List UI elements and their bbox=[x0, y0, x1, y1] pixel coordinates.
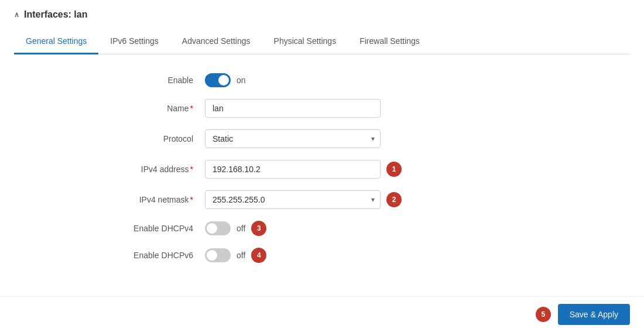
protocol-select[interactable]: Static bbox=[205, 129, 381, 148]
chevron-icon[interactable]: ∧ bbox=[14, 11, 19, 19]
protocol-select-wrapper: Static ▾ bbox=[205, 129, 381, 148]
dhcpv4-toggle-container: off bbox=[205, 221, 245, 235]
dhcpv6-badge: 4 bbox=[251, 248, 266, 263]
footer: 5 Save & Apply bbox=[0, 296, 644, 332]
ipv4-netmask-row: IPv4 netmask* 255.255.255.0 ▾ 2 bbox=[88, 190, 556, 209]
ipv4-address-required-star: * bbox=[190, 165, 193, 174]
name-label: Name* bbox=[88, 104, 205, 113]
tab-physical[interactable]: Physical Settings bbox=[262, 29, 348, 54]
tab-advanced[interactable]: Advanced Settings bbox=[170, 29, 262, 54]
page-header: ∧ Interfaces: lan bbox=[14, 9, 630, 20]
dhcpv4-row: Enable DHCPv4 off 3 bbox=[88, 221, 556, 236]
dhcpv4-label: Enable DHCPv4 bbox=[88, 224, 205, 233]
save-badge: 5 bbox=[536, 307, 551, 322]
page-title: Interfaces: lan bbox=[24, 9, 87, 20]
dhcpv6-toggle-container: off bbox=[205, 248, 245, 262]
ipv4-address-row: IPv4 address* 1 bbox=[88, 160, 556, 179]
enable-toggle-container: on bbox=[205, 73, 246, 87]
protocol-label: Protocol bbox=[88, 134, 205, 143]
dhcpv4-toggle[interactable] bbox=[205, 221, 231, 235]
protocol-row: Protocol Static ▾ bbox=[88, 129, 556, 148]
dhcpv4-toggle-label: off bbox=[237, 224, 245, 233]
enable-toggle[interactable] bbox=[205, 73, 231, 87]
ipv4-address-field-wrapper: 1 bbox=[205, 160, 402, 179]
dhcpv6-label: Enable DHCPv6 bbox=[88, 251, 205, 260]
dhcpv6-row: Enable DHCPv6 off 4 bbox=[88, 248, 556, 263]
ipv4-netmask-field-wrapper: 255.255.255.0 ▾ 2 bbox=[205, 190, 402, 209]
ipv4-address-badge: 1 bbox=[386, 162, 402, 177]
ipv4-netmask-badge: 2 bbox=[386, 192, 402, 207]
dhcpv4-field-wrapper: off 3 bbox=[205, 221, 266, 236]
ipv4-netmask-select-wrapper: 255.255.255.0 ▾ bbox=[205, 190, 381, 209]
enable-row: Enable on bbox=[88, 73, 556, 87]
enable-label: Enable bbox=[88, 76, 205, 85]
name-row: Name* bbox=[88, 99, 556, 118]
tab-general[interactable]: General Settings bbox=[14, 29, 98, 54]
ipv4-address-label: IPv4 address* bbox=[88, 165, 205, 174]
tab-bar: General Settings IPv6 Settings Advanced … bbox=[14, 29, 630, 54]
tab-firewall[interactable]: Firewall Settings bbox=[348, 29, 431, 54]
dhcpv6-field-wrapper: off 4 bbox=[205, 248, 266, 263]
ipv4-netmask-select[interactable]: 255.255.255.0 bbox=[205, 190, 381, 209]
name-input[interactable] bbox=[205, 99, 381, 118]
ipv4-netmask-required-star: * bbox=[190, 195, 193, 204]
name-required-star: * bbox=[190, 104, 193, 113]
save-apply-button[interactable]: Save & Apply bbox=[558, 304, 630, 325]
ipv4-address-input[interactable] bbox=[205, 160, 381, 179]
ipv4-netmask-label: IPv4 netmask* bbox=[88, 195, 205, 204]
dhcpv6-toggle-label: off bbox=[237, 251, 245, 260]
enable-toggle-label: on bbox=[237, 76, 246, 85]
form-area: Enable on Name* Protocol Static bbox=[88, 73, 556, 263]
dhcpv4-badge: 3 bbox=[251, 221, 266, 236]
dhcpv6-toggle[interactable] bbox=[205, 248, 231, 262]
tab-ipv6[interactable]: IPv6 Settings bbox=[98, 29, 170, 54]
